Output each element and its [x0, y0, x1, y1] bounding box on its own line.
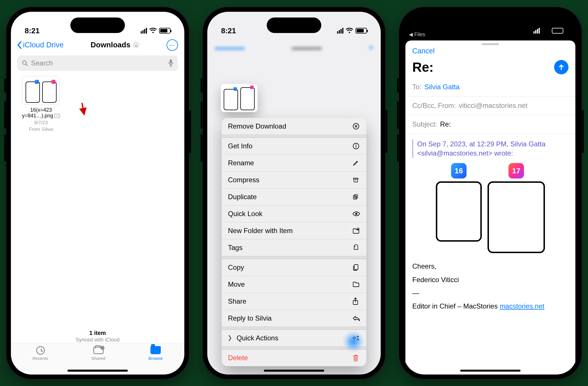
menu-compress[interactable]: Compress [222, 171, 366, 188]
search-icon [22, 60, 28, 66]
svg-rect-14 [353, 195, 357, 199]
back-to-app[interactable]: ◀ Files [409, 31, 425, 38]
menu-new-folder[interactable]: New Folder with Item [222, 222, 366, 239]
cellular-icon [337, 28, 343, 34]
back-label: iCloud Drive [23, 40, 64, 49]
ipad-outline-large [488, 181, 545, 253]
subject-field[interactable]: Subject:Re: [405, 115, 575, 134]
svg-rect-11 [354, 179, 358, 182]
svg-point-8 [356, 144, 357, 145]
sheet-grabber[interactable] [482, 43, 499, 45]
blurred-tab-icon [343, 331, 363, 352]
status-time: 8:21 [25, 26, 40, 35]
status-time: 8:21 [221, 26, 236, 35]
remove-icon [353, 123, 360, 130]
file-date: 9/7/23 [20, 120, 63, 126]
trash-icon [353, 354, 360, 361]
search-input[interactable]: Search [17, 55, 178, 71]
duplicate-icon [353, 194, 360, 200]
file-from: From Silvia [20, 127, 63, 132]
file-thumbnail [22, 76, 60, 105]
compose-sheet: Cancel Re: To:Silvia Gatta Cc/Bcc, From:… [405, 40, 575, 375]
svg-rect-13 [354, 194, 357, 198]
nav-bar: iCloud Drive Downloads ⌄ ⋯ [11, 38, 184, 54]
menu-tags[interactable]: Tags [222, 239, 366, 256]
message-body[interactable]: On Sep 7, 2023, at 12:29 PM, Silvia Gatt… [405, 134, 575, 375]
archive-icon [353, 177, 360, 183]
phone-3-mail-compose: 8:21➤ ◀ Files Cancel Re: To:Silvia Gatta… [399, 7, 582, 380]
context-menu: Remove Download Get Info Rename Compress… [222, 118, 366, 366]
cc-from-field[interactable]: Cc/Bcc, From:viticci@macstories.net [405, 96, 575, 115]
svg-line-1 [26, 64, 28, 65]
menu-quick-look[interactable]: Quick Look [222, 205, 366, 222]
home-indicator[interactable] [67, 370, 128, 372]
wifi-icon [149, 26, 157, 35]
eye-icon [353, 211, 360, 216]
back-button[interactable]: iCloud Drive [17, 40, 64, 49]
quoted-header: On Sep 7, 2023, at 12:29 PM, Silvia Gatt… [412, 139, 568, 158]
svg-point-17 [354, 246, 355, 247]
battery-icon [552, 28, 563, 34]
reply-icon [353, 315, 360, 321]
tab-browse[interactable]: Browse [148, 346, 163, 361]
menu-remove-download[interactable]: Remove Download [222, 118, 366, 135]
page-title[interactable]: Downloads ⌄ [90, 40, 140, 49]
more-button[interactable]: ⋯ [167, 39, 178, 51]
mic-icon[interactable] [168, 59, 173, 67]
folder-plus-icon [353, 228, 360, 234]
menu-duplicate[interactable]: Duplicate [222, 188, 366, 205]
menu-copy[interactable]: Copy [222, 259, 366, 276]
ipad-outline-small [436, 181, 482, 242]
svg-rect-9 [356, 146, 356, 148]
three-iphone-screenshots: 8:21 iCloud Drive Downloads ⌄ ⋯ [0, 0, 588, 386]
search-placeholder: Search [31, 59, 53, 67]
menu-delete[interactable]: Delete [222, 349, 366, 366]
battery-icon [159, 28, 171, 34]
menu-get-info[interactable]: Get Info [222, 137, 366, 154]
mail-attachment-icon [54, 114, 60, 118]
svg-point-15 [355, 213, 357, 215]
tab-shared[interactable]: Shared [91, 346, 105, 361]
tab-recents[interactable]: Recents [32, 346, 48, 361]
send-button[interactable] [554, 60, 568, 74]
cellular-icon [141, 28, 147, 34]
dynamic-island [267, 18, 321, 33]
home-indicator[interactable] [264, 370, 324, 372]
ios17-badge: 17 [508, 163, 524, 179]
file-preview[interactable] [220, 84, 258, 112]
chevron-down-icon: ⌄ [133, 42, 140, 49]
file-item[interactable]: 16(x=423 y=841…).png 9/7/23 From Silvia [20, 76, 63, 132]
menu-share[interactable]: Share [222, 293, 366, 310]
phone-1-files-browse: 8:21 iCloud Drive Downloads ⌄ ⋯ [6, 7, 189, 380]
wifi-icon [346, 26, 353, 35]
ios16-badge: 16 [451, 163, 467, 179]
menu-move[interactable]: Move [222, 276, 366, 293]
annotation-arrow-icon [74, 101, 92, 119]
phone-2-context-menu: 8:21 ▬▬▬▬▬▬▬▬● Remove Download Get Info … [202, 7, 386, 380]
dynamic-island [463, 18, 518, 33]
signature-link[interactable]: macstories.net [500, 302, 544, 310]
info-icon [353, 143, 360, 150]
svg-rect-18 [354, 265, 358, 269]
cancel-button[interactable]: Cancel [412, 47, 435, 55]
home-indicator[interactable] [460, 370, 521, 372]
subject-heading: Re: [412, 59, 434, 75]
pencil-icon [353, 160, 360, 166]
cellular-icon [533, 28, 540, 34]
blurred-nav: ▬▬▬▬▬▬▬▬● [207, 38, 381, 57]
copy-icon [353, 264, 360, 271]
share-icon [353, 298, 360, 305]
to-field[interactable]: To:Silvia Gatta [405, 78, 575, 96]
file-name-line2: y=841…).png [20, 113, 63, 119]
footer-status: 1 item Synced with iCloud [11, 330, 184, 343]
dynamic-island [70, 18, 125, 33]
tag-icon [353, 244, 360, 251]
menu-rename[interactable]: Rename [222, 154, 366, 171]
menu-reply[interactable]: Reply to Silvia [222, 310, 366, 327]
svg-rect-2 [170, 59, 172, 63]
folder-icon [353, 282, 360, 287]
svg-line-3 [77, 103, 89, 114]
signature: Cheers, Federico Viticci — Editor in Chi… [412, 262, 568, 311]
file-name-line1: 16(x=423 [20, 107, 63, 113]
battery-icon [355, 28, 367, 34]
